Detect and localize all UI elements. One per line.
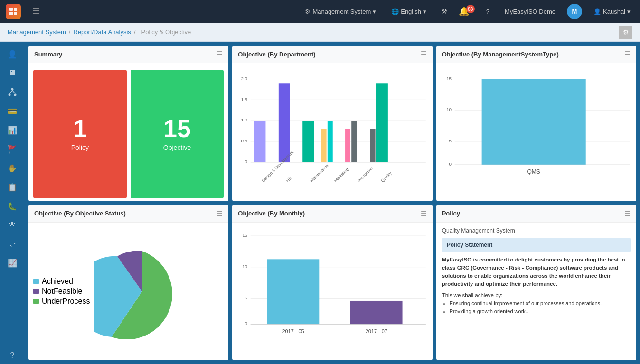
breadcrumb-current: Policy & Objective: [141, 28, 191, 36]
svg-text:0: 0: [245, 159, 248, 164]
svg-point-4: [11, 88, 14, 91]
sidebar-item-trend[interactable]: 📈: [3, 254, 22, 271]
main-layout: 👤 🖥 💳 📊 🚩 ✋ 📋 🐛 👁 ⇌ 📈 ? Summary: [0, 42, 640, 364]
monthly-chart-title: Objective (By Monthly): [238, 210, 305, 217]
sidebar-item-help[interactable]: ?: [3, 347, 22, 364]
tools-icon-btn[interactable]: ⚒: [438, 6, 451, 17]
demo-label: MyEasyISO Demo: [501, 6, 559, 17]
status-legend: Achieved NotFeasible UnderProcess: [33, 276, 90, 307]
status-chart-body: Achieved NotFeasible UnderProcess: [28, 223, 228, 361]
policy-label: Policy: [71, 144, 89, 151]
notification-count: 83: [466, 5, 475, 13]
status-chart-card: Objective (By Objective Status) ☰ Achiev…: [28, 205, 228, 361]
objective-label: Objective: [163, 144, 191, 151]
summary-card: Summary ☰ 1 Policy 15 Objective: [28, 46, 228, 201]
svg-text:QMS: QMS: [527, 168, 540, 175]
summary-menu-icon[interactable]: ☰: [216, 50, 223, 58]
breadcrumb: Management System / Report/Data Analysis…: [0, 23, 640, 42]
svg-rect-20: [279, 83, 290, 162]
summary-title: Summary: [34, 51, 62, 58]
legend-notfeasible: NotFeasible: [33, 287, 90, 296]
notifications-btn[interactable]: 🔔 83: [459, 6, 475, 17]
breadcrumb-home[interactable]: Management System: [8, 28, 66, 36]
user-menu[interactable]: 👤 Kaushal ▾: [590, 6, 634, 17]
mgmt-type-chart-header: Objective (By ManagementSystemType) ☰: [436, 46, 636, 63]
svg-text:Production: Production: [357, 166, 374, 183]
sidebar-item-hand[interactable]: ✋: [3, 159, 22, 177]
breadcrumb-sep1: /: [69, 28, 71, 36]
underprocess-dot: [33, 299, 39, 304]
mgmt-type-chart-body: 15 10 5 0 QMS: [436, 63, 636, 201]
policy-tile[interactable]: 1 Policy: [33, 70, 127, 198]
sidebar-item-arrows[interactable]: ⇌: [3, 235, 22, 252]
svg-text:Quality: Quality: [380, 170, 393, 183]
svg-text:2017 - 05: 2017 - 05: [282, 328, 304, 334]
svg-line-7: [9, 91, 12, 94]
summary-card-header: Summary ☰: [28, 46, 228, 63]
settings-button[interactable]: ⚙: [619, 26, 632, 39]
svg-text:5: 5: [449, 138, 452, 143]
legend-achieved: Achieved: [33, 277, 90, 286]
policy-count: 1: [73, 116, 87, 141]
tools-icon: ⚒: [442, 8, 447, 15]
app-logo[interactable]: [6, 4, 21, 19]
breadcrumb-report[interactable]: Report/Data Analysis: [73, 28, 131, 36]
sidebar-item-barchart[interactable]: 📊: [3, 121, 22, 139]
sidebar: 👤 🖥 💳 📊 🚩 ✋ 📋 🐛 👁 ⇌ 📈 ?: [0, 42, 25, 364]
sidebar-item-monitor[interactable]: 🖥: [3, 65, 22, 82]
policy-menu-icon[interactable]: ☰: [624, 210, 631, 217]
svg-text:0: 0: [449, 161, 452, 167]
policy-text-strong: MyEasyISO is committed to delight custom…: [442, 257, 625, 287]
sidebar-item-network[interactable]: [3, 84, 22, 101]
sidebar-item-bug[interactable]: 🐛: [3, 197, 22, 215]
monthly-chart-body: 15 10 5 0 2017 -: [232, 223, 432, 361]
svg-rect-19: [254, 121, 266, 162]
svg-line-8: [12, 91, 15, 94]
mgmt-type-menu-icon[interactable]: ☰: [624, 50, 631, 58]
mgmt-type-chart-card: Objective (By ManagementSystemType) ☰ 15…: [436, 46, 636, 201]
monthly-chart-header: Objective (By Monthly) ☰: [232, 205, 432, 223]
underprocess-label: UnderProcess: [42, 297, 90, 306]
policy-card-body: Quality Management System Policy Stateme…: [436, 223, 636, 361]
notfeasible-dot: [33, 289, 39, 294]
user-avatar[interactable]: M: [567, 4, 582, 19]
dept-chart-menu-icon[interactable]: ☰: [421, 50, 427, 58]
monthly-bar-chart: 15 10 5 0 2017 -: [236, 224, 428, 359]
status-chart-menu-icon[interactable]: ☰: [216, 210, 223, 217]
hamburger-icon[interactable]: ☰: [32, 6, 40, 17]
legend-underprocess: UnderProcess: [33, 297, 90, 306]
svg-text:2.0: 2.0: [241, 76, 248, 81]
policy-card: Policy ☰ Quality Management System Polic…: [436, 205, 636, 361]
policy-achieve-text: This we shall achieve by:: [442, 291, 631, 299]
monthly-chart-card: Objective (By Monthly) ☰ 15 10 5 0: [232, 205, 432, 361]
svg-point-5: [9, 94, 11, 96]
objective-count: 15: [163, 116, 191, 141]
sidebar-item-tablet[interactable]: 📋: [3, 178, 22, 196]
svg-rect-55: [350, 300, 403, 324]
sidebar-item-person[interactable]: 👤: [3, 46, 22, 63]
svg-text:15: 15: [242, 233, 247, 238]
svg-rect-24: [345, 129, 350, 162]
mgmt-bar-chart: 15 10 5 0 QMS: [440, 65, 632, 199]
svg-rect-25: [352, 121, 357, 162]
svg-text:0.5: 0.5: [241, 138, 248, 143]
sidebar-item-card[interactable]: 💳: [3, 103, 22, 120]
objective-tile[interactable]: 15 Objective: [131, 70, 224, 198]
svg-text:1.0: 1.0: [241, 117, 248, 122]
svg-rect-54: [267, 259, 320, 324]
sidebar-item-eye[interactable]: 👁: [3, 216, 22, 233]
monthly-chart-menu-icon[interactable]: ☰: [421, 210, 427, 217]
top-nav: ☰ ⚙ Management System ▾ 🌐 English ▾ ⚒ 🔔 …: [0, 0, 640, 23]
achieved-dot: [33, 279, 39, 284]
chevron-down-icon-user: ▾: [627, 8, 631, 15]
svg-rect-23: [328, 121, 333, 162]
sidebar-item-flag[interactable]: 🚩: [3, 140, 22, 158]
management-system-menu[interactable]: ⚙ Management System ▾: [301, 6, 380, 17]
policy-card-header: Policy ☰: [436, 205, 636, 223]
svg-text:10: 10: [242, 263, 247, 269]
dept-bar-chart: 2.0 1.5 1.0 0.5 0: [236, 65, 428, 199]
language-menu[interactable]: 🌐 English ▾: [387, 6, 430, 17]
help-btn[interactable]: ?: [482, 6, 493, 17]
policy-statement-text: MyEasyISO is committed to delight custom…: [442, 256, 631, 289]
chevron-down-icon: ▾: [373, 8, 376, 15]
